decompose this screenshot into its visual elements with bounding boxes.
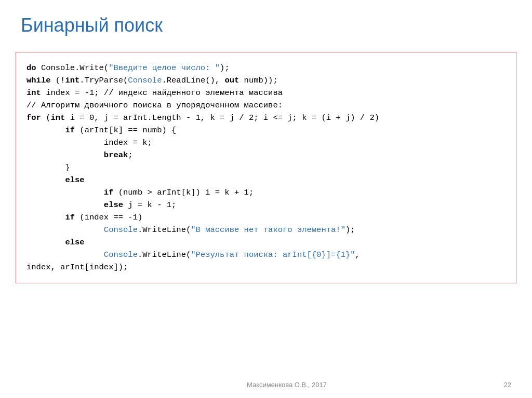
- code-line1-part3: );: [220, 63, 230, 73]
- footer: Максименкова О.В., 2017 22: [0, 381, 532, 389]
- footer-page: 22: [504, 381, 511, 389]
- code-line14-str: "В массиве нет такого элемента!": [191, 225, 345, 235]
- code-line2-part4: numb));: [239, 76, 277, 85]
- code-line2-console: Console: [128, 76, 162, 85]
- code-line1-part1: Console.: [36, 63, 80, 73]
- keyword-if2: if: [104, 188, 114, 197]
- code-line16-str: "Результат поиска: arInt[{0}]={1}": [191, 250, 355, 259]
- footer-author: Максименкова О.В., 2017: [42, 381, 532, 389]
- code-line16-console: Console: [104, 250, 138, 259]
- code-line10-part1: [26, 188, 104, 197]
- keyword-if3: if: [65, 213, 75, 222]
- code-line2-part1: (!: [51, 76, 65, 85]
- code-line1-str: "Введите целое число: ": [109, 63, 220, 73]
- code-line3-part1: index = -1;: [41, 88, 104, 98]
- keyword-int3: int: [51, 113, 65, 122]
- code-container: do Console.Write("Введите целое число: "…: [16, 52, 516, 283]
- code-line2-part3: .ReadLine(),: [162, 76, 224, 85]
- keyword-int2: int: [26, 88, 41, 98]
- code-line16-part1: .WriteLine(: [138, 250, 191, 259]
- code-line1-part2: Write(: [79, 63, 109, 73]
- code-line14-console: Console: [104, 225, 138, 235]
- code-line2-part2: .TryParse(: [79, 76, 128, 85]
- code-line3-comment: // индекс найденного элемента массива: [104, 88, 283, 98]
- keyword-else2: else: [104, 200, 123, 210]
- keyword-else1: else: [65, 175, 84, 185]
- page-title: Бинарный поиск: [0, 0, 532, 47]
- code-block: do Console.Write("Введите целое число: "…: [26, 62, 506, 273]
- keyword-out: out: [224, 76, 239, 85]
- keyword-int1: int: [65, 76, 79, 85]
- code-line15-part1: [26, 250, 104, 259]
- keyword-else3: else: [65, 238, 84, 247]
- keyword-break: break: [104, 150, 128, 160]
- code-line5-part1: (: [41, 113, 51, 122]
- code-line14-part1: .WriteLine(: [138, 225, 191, 235]
- keyword-for: for: [26, 113, 41, 122]
- keyword-if1: if: [65, 126, 75, 135]
- keyword-while: while: [26, 76, 51, 85]
- keyword-do: do: [26, 63, 36, 73]
- code-line4-comment: // Алгоритм двоичного поиска в упорядоче…: [26, 101, 283, 110]
